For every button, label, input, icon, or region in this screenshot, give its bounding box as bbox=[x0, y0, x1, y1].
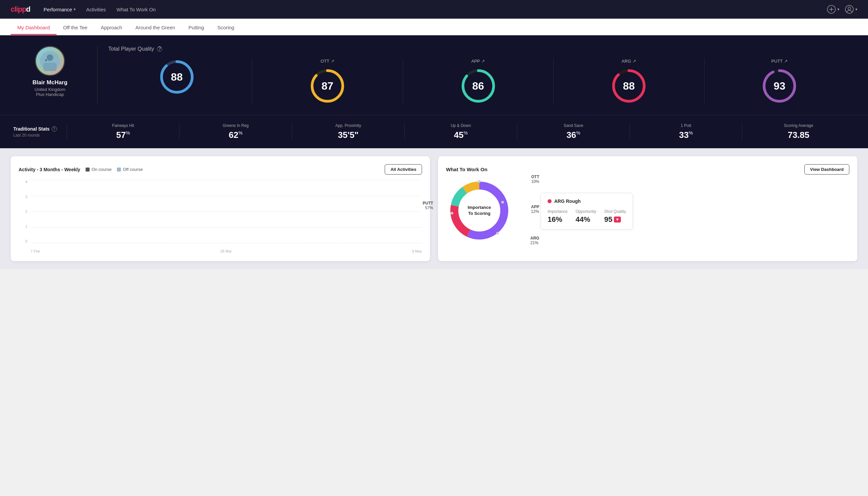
profile-country: United Kingdom bbox=[35, 87, 66, 92]
logo[interactable]: clippd bbox=[11, 5, 30, 14]
total-score-value: 88 bbox=[171, 71, 183, 83]
info-metric-opportunity: Opportunity 44% bbox=[575, 209, 596, 224]
ott-arrow-icon: ↗ bbox=[331, 59, 334, 64]
view-dashboard-button[interactable]: View Dashboard bbox=[804, 164, 849, 174]
tab-bar: My Dashboard Off the Tee Approach Around… bbox=[0, 19, 868, 35]
donut-center-text-2: To Scoring bbox=[468, 211, 491, 216]
activity-chart-title: Activity - 3 Months - Weekly On course O… bbox=[19, 167, 143, 172]
arg-label: ARG ↗ bbox=[621, 59, 636, 64]
score-arg: ARG ↗ 88 bbox=[554, 59, 704, 104]
putt-label: PUTT ↗ bbox=[771, 59, 788, 64]
top-nav: clippd Performance ▾ Activities What To … bbox=[0, 0, 868, 19]
arg-score-value: 88 bbox=[623, 80, 635, 92]
score-app: APP ↗ 86 bbox=[403, 59, 554, 104]
user-menu-button[interactable]: ▾ bbox=[845, 5, 857, 14]
user-chevron: ▾ bbox=[855, 7, 857, 12]
donut-label-arg: ARG 21% bbox=[530, 236, 539, 245]
bottom-row: Activity - 3 Months - Weekly On course O… bbox=[0, 148, 868, 269]
donut-label-ott: OTT 10% bbox=[531, 174, 539, 184]
trad-stats-title: Traditional Stats ? bbox=[13, 126, 67, 131]
tab-my-dashboard[interactable]: My Dashboard bbox=[11, 19, 57, 35]
x-label-may: 9 May bbox=[412, 249, 422, 253]
activity-card-header: Activity - 3 Months - Weekly On course O… bbox=[19, 164, 422, 174]
profile-handicap: Plus Handicap bbox=[36, 92, 64, 97]
shot-quality-badge: ▼ bbox=[614, 217, 621, 222]
nav-activities[interactable]: Activities bbox=[86, 7, 106, 12]
trad-stats-help-icon[interactable]: ? bbox=[52, 126, 57, 131]
nav-links: Performance ▾ Activities What To Work On bbox=[44, 7, 156, 12]
profile-name: Blair McHarg bbox=[33, 79, 68, 86]
tab-approach[interactable]: Approach bbox=[94, 19, 129, 35]
traditional-stats: Traditional Stats ? Last 20 rounds Fairw… bbox=[0, 115, 868, 148]
svg-rect-7 bbox=[43, 63, 57, 71]
add-icon bbox=[827, 5, 836, 14]
donut-dot-putt bbox=[451, 212, 453, 215]
chart-body bbox=[31, 180, 422, 243]
chart-legend: On course Off course bbox=[85, 167, 143, 172]
putt-circle: 93 bbox=[761, 68, 798, 104]
trad-stats-subtitle: Last 20 rounds bbox=[13, 133, 67, 138]
nav-what-to-work-on[interactable]: What To Work On bbox=[116, 7, 156, 12]
donut-dot-app bbox=[501, 201, 504, 203]
info-metric-shot-quality: Shot Quality 95 ▼ bbox=[604, 209, 626, 224]
tab-scoring[interactable]: Scoring bbox=[211, 19, 241, 35]
bars-row bbox=[31, 180, 422, 243]
off-course-dot bbox=[117, 168, 121, 172]
stat-scoring-average: Scoring Average 73.85 bbox=[742, 123, 855, 140]
stat-sand-save: Sand Save 36% bbox=[517, 123, 630, 140]
donut-dot-ott bbox=[478, 180, 480, 183]
donut-dot-arg bbox=[496, 232, 499, 234]
wtwo-body: OTT 10% APP 12% ARG 21% PUTT 57% bbox=[446, 177, 849, 245]
donut-center-text-1: Importance bbox=[468, 205, 491, 210]
svg-point-4 bbox=[848, 7, 851, 10]
stats-section: Total Player Quality ? 88 bbox=[108, 46, 855, 104]
arg-arrow-icon: ↗ bbox=[632, 59, 636, 64]
donut-container: OTT 10% APP 12% ARG 21% PUTT 57% bbox=[446, 177, 512, 245]
donut-label-app: APP 12% bbox=[531, 204, 539, 214]
tpq-help-icon[interactable]: ? bbox=[157, 46, 162, 52]
y-axis: 4 3 2 1 0 bbox=[19, 180, 29, 243]
info-metrics: Importance 16% Opportunity 44% Shot Qual… bbox=[548, 209, 626, 224]
info-dot-icon bbox=[548, 199, 552, 203]
bar-chart-area: 4 3 2 1 0 bbox=[19, 180, 422, 253]
all-activities-button[interactable]: All Activities bbox=[385, 164, 422, 174]
stat-greens-in-reg: Greens In Reg 62% bbox=[179, 123, 292, 140]
nav-left: clippd Performance ▾ Activities What To … bbox=[11, 5, 156, 14]
nav-performance[interactable]: Performance ▾ bbox=[44, 7, 76, 12]
app-arrow-icon: ↗ bbox=[481, 59, 485, 64]
tab-putting[interactable]: Putting bbox=[182, 19, 211, 35]
score-ott: OTT ↗ 87 bbox=[252, 59, 403, 104]
arg-circle: 88 bbox=[611, 68, 647, 104]
putt-score-value: 93 bbox=[774, 80, 786, 92]
wtwo-header: What To Work On View Dashboard bbox=[446, 164, 849, 174]
performance-chevron: ▾ bbox=[74, 7, 76, 12]
tpq-header: Total Player Quality ? bbox=[108, 46, 855, 52]
total-circle: 88 bbox=[159, 59, 195, 95]
trad-stats-label: Traditional Stats ? Last 20 rounds bbox=[13, 126, 67, 138]
wtwo-title: What To Work On bbox=[446, 167, 487, 172]
info-metric-importance: Importance 16% bbox=[548, 209, 568, 224]
app-circle: 86 bbox=[460, 68, 496, 104]
add-button[interactable]: ▾ bbox=[827, 5, 839, 14]
tab-off-the-tee[interactable]: Off the Tee bbox=[57, 19, 94, 35]
profile-section: Blair McHarg United Kingdom Plus Handica… bbox=[13, 46, 86, 97]
avatar bbox=[35, 46, 65, 76]
stat-up-and-down: Up & Down 45% bbox=[404, 123, 517, 140]
score-circles: 88 OTT ↗ 87 bbox=[108, 59, 855, 104]
x-label-mar: 28 Mar bbox=[220, 249, 232, 253]
stat-app-proximity: App. Proximity 35'5" bbox=[292, 123, 404, 140]
user-icon bbox=[845, 5, 854, 14]
tab-around-the-green[interactable]: Around the Green bbox=[129, 19, 182, 35]
stat-1-putt: 1 Putt 33% bbox=[630, 123, 742, 140]
svg-point-8 bbox=[45, 59, 47, 61]
ott-score-value: 87 bbox=[321, 80, 333, 92]
add-chevron: ▾ bbox=[837, 7, 839, 12]
svg-point-6 bbox=[47, 54, 53, 61]
avatar-image bbox=[36, 46, 64, 76]
x-axis: 7 Feb 28 Mar 9 May bbox=[31, 249, 422, 253]
legend-off-course: Off course bbox=[117, 167, 143, 172]
app-score-value: 86 bbox=[472, 80, 484, 92]
ott-circle: 87 bbox=[309, 68, 346, 104]
putt-arrow-icon: ↗ bbox=[784, 59, 788, 64]
activity-card: Activity - 3 Months - Weekly On course O… bbox=[11, 156, 430, 261]
